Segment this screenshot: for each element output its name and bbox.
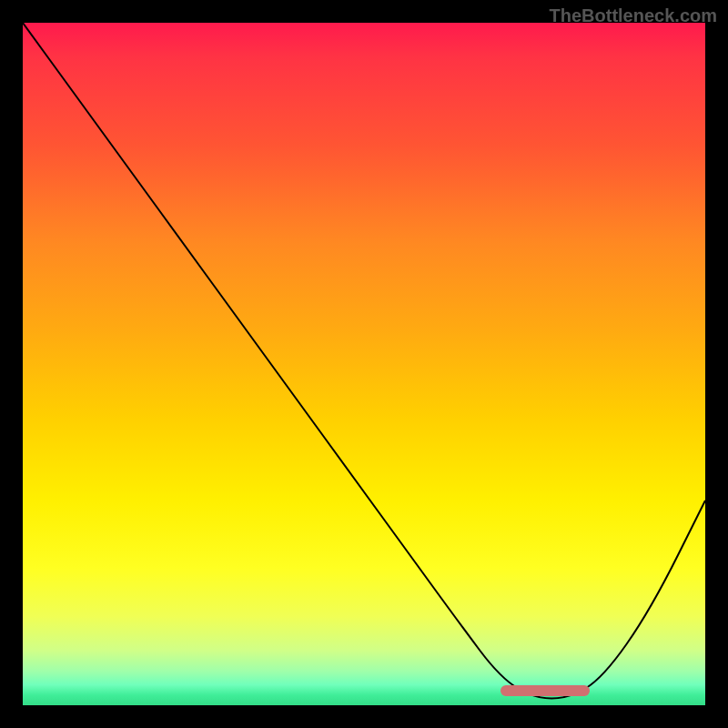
bottleneck-curve-svg	[23, 23, 705, 705]
chart-plot-area	[23, 23, 705, 705]
optimal-range-marker	[500, 685, 590, 696]
bottleneck-curve-path	[23, 23, 705, 699]
watermark-text: TheBottleneck.com	[550, 5, 717, 26]
